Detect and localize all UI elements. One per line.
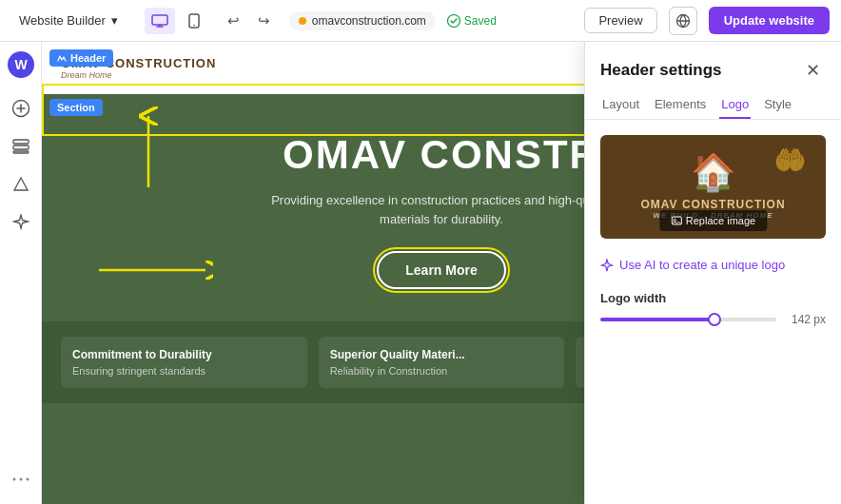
domain-url: omavconstruction.com (312, 14, 426, 28)
logo-width-slider-row: 142 px (600, 313, 826, 326)
svg-point-13 (26, 478, 29, 481)
svg-text:W: W (14, 57, 28, 72)
shapes-button[interactable] (4, 167, 38, 202)
preview-button[interactable]: Preview (584, 8, 656, 33)
ai-logo-link[interactable]: Use AI to create a unique logo (600, 254, 826, 276)
add-elements-button[interactable] (4, 91, 38, 126)
update-website-button[interactable]: Update website (709, 7, 830, 34)
feature-desc-0: Ensuring stringent standards (72, 365, 296, 377)
desktop-device-btn[interactable] (145, 8, 175, 34)
tab-style[interactable]: Style (762, 91, 793, 119)
canvas-logo-sub: Dream Home (61, 70, 216, 80)
svg-rect-8 (13, 140, 29, 144)
language-button[interactable] (669, 7, 697, 35)
domain-badge: omavconstruction.com (289, 11, 436, 30)
logo-width-value: 142 px (786, 313, 826, 326)
app-logo: W (6, 49, 36, 80)
main-layout: W (0, 42, 841, 504)
ai-logo-label: Use AI to create a unique logo (619, 258, 785, 272)
svg-rect-0 (152, 15, 167, 25)
tab-layout[interactable]: Layout (600, 91, 641, 119)
canvas-area: Header Omav Construction Dream Home Home… (42, 42, 841, 504)
undo-button[interactable]: ↩ (221, 8, 247, 34)
header-label[interactable]: Header (49, 49, 113, 67)
tab-elements[interactable]: Elements (653, 91, 708, 119)
logo-width-label: Logo width (600, 291, 826, 305)
panel-title: Header settings (600, 61, 722, 80)
ai-tools-button[interactable] (4, 205, 38, 240)
logo-preview-box: 🏠 🤲 OMAV CONSTRUCTION We Build... Dream … (600, 135, 826, 239)
header-settings-panel: Header settings ✕ Layout Elements Logo S… (584, 42, 841, 504)
layers-button[interactable] (4, 129, 38, 164)
slider-fill (600, 318, 714, 321)
chevron-down-icon: ▾ (111, 13, 118, 28)
more-options-button[interactable] (4, 462, 38, 496)
mobile-device-btn[interactable] (179, 8, 209, 34)
left-sidebar: W (0, 42, 42, 504)
panel-body: 🏠 🤲 OMAV CONSTRUCTION We Build... Dream … (585, 120, 841, 341)
replace-image-button[interactable]: Replace image (659, 210, 767, 231)
hero-subtitle: Providing excellence in construction pra… (261, 191, 622, 228)
panel-close-button[interactable]: ✕ (799, 57, 826, 84)
svg-point-2 (193, 24, 195, 26)
svg-point-11 (12, 478, 15, 481)
feature-title-0: Commitment to Durability (72, 348, 296, 361)
logo-brand-name: OMAV CONSTRUCTION (640, 198, 785, 211)
saved-badge: Saved (447, 14, 497, 28)
slider-thumb[interactable] (708, 313, 721, 326)
section-label[interactable]: Section (49, 99, 103, 116)
cta-outline: Learn More (373, 247, 509, 293)
yellow-arrow-left-icon (99, 259, 213, 281)
svg-point-18 (674, 219, 675, 221)
logo-hand-icon: 🤲 (773, 145, 807, 176)
saved-label: Saved (464, 14, 497, 28)
logo-house-icon: 🏠 (691, 154, 735, 190)
website-builder-menu[interactable]: Website Builder ▾ (11, 10, 126, 31)
domain-status-dot (299, 17, 306, 25)
feature-desc-1: Reliability in Construction (330, 365, 554, 377)
learn-more-button[interactable]: Learn More (377, 251, 505, 289)
device-switcher (145, 8, 209, 34)
yellow-arrow-up-indicator (137, 107, 160, 196)
feature-card-0: Commitment to Durability Ensuring string… (61, 337, 307, 388)
panel-header: Header settings ✕ (585, 42, 841, 84)
website-builder-label: Website Builder (19, 13, 106, 28)
tab-logo[interactable]: Logo (719, 91, 751, 119)
svg-rect-9 (13, 145, 29, 149)
logo-width-slider-track (600, 318, 776, 321)
svg-point-12 (19, 478, 22, 481)
undo-redo-controls: ↩ ↪ (221, 8, 278, 34)
redo-button[interactable]: ↪ (251, 8, 278, 34)
top-bar: Website Builder ▾ ↩ ↪ omavconstruction.c… (0, 0, 841, 42)
feature-title-1: Superior Quality Materi... (330, 348, 554, 361)
svg-rect-10 (13, 151, 29, 153)
panel-tabs: Layout Elements Logo Style (585, 84, 841, 120)
feature-card-1: Superior Quality Materi... Reliability i… (319, 337, 565, 388)
